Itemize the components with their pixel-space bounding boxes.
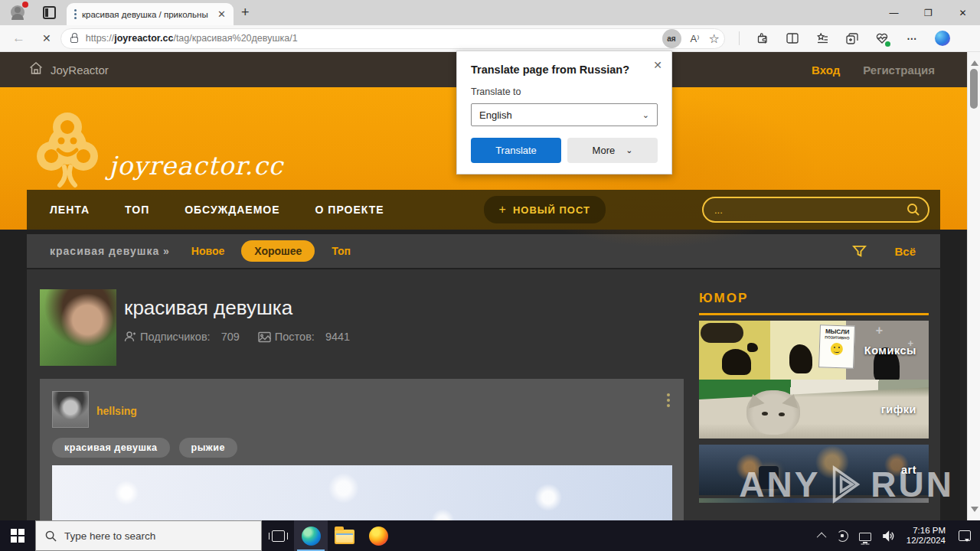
- scroll-up-arrow[interactable]: [971, 57, 978, 66]
- site-home-link[interactable]: JoyReactor: [51, 64, 109, 77]
- start-button[interactable]: [0, 520, 35, 551]
- tab-close-icon[interactable]: ✕: [215, 8, 228, 20]
- notification-dot: [22, 2, 28, 8]
- back-icon[interactable]: ←: [12, 31, 25, 46]
- action-center-icon: [959, 530, 971, 541]
- filter-top[interactable]: Топ: [332, 245, 351, 257]
- favorites-list-icon[interactable]: [815, 31, 829, 45]
- humor-sidebar: ЮМОР МЫСЛИ ПОЗИТИВНО: [699, 269, 929, 520]
- scrollbar-thumb[interactable]: [970, 69, 978, 109]
- plus-icon: +: [499, 203, 507, 217]
- site-logo[interactable]: joyreactor.cc: [29, 101, 283, 193]
- extensions-icon[interactable]: [756, 31, 769, 45]
- tray-sync-icon[interactable]: [831, 530, 854, 542]
- copilot-icon[interactable]: [935, 31, 950, 46]
- nav-item-top[interactable]: ТОП: [125, 204, 149, 216]
- home-icon[interactable]: [29, 62, 43, 77]
- post-author-name[interactable]: hellsing: [96, 405, 137, 417]
- translate-button[interactable]: Translate: [471, 138, 561, 163]
- translate-to-label: Translate to: [471, 86, 658, 97]
- taskbar-firefox-button[interactable]: [361, 520, 395, 551]
- workspaces-icon[interactable]: [43, 6, 56, 19]
- popup-close-icon[interactable]: ✕: [653, 59, 662, 71]
- sidebar-label-art: art: [901, 464, 916, 476]
- breadcrumb[interactable]: красивая девушка »: [50, 245, 170, 257]
- search-icon[interactable]: [906, 203, 920, 217]
- favorite-star-icon[interactable]: ☆: [708, 31, 719, 46]
- edge-icon: [302, 527, 321, 546]
- restore-icon[interactable]: ❐: [911, 0, 946, 25]
- url-text: https://joyreactor.cc/tag/красивая%20дев…: [86, 33, 658, 44]
- scroll-down-arrow[interactable]: [971, 507, 978, 516]
- sidebar-item-gifs[interactable]: гифки: [699, 380, 929, 439]
- stop-loading-icon[interactable]: ✕: [42, 32, 51, 44]
- translate-icon[interactable]: aя: [662, 29, 681, 48]
- post-image[interactable]: [52, 465, 672, 520]
- taskbar-search[interactable]: Type here to search: [35, 520, 262, 551]
- taskbar-edge-button[interactable]: [294, 520, 328, 551]
- posts-count: 9441: [325, 331, 350, 343]
- taskbar-explorer-button[interactable]: [328, 520, 361, 551]
- split-screen-icon[interactable]: [786, 31, 799, 45]
- post-author-avatar[interactable]: [52, 391, 89, 428]
- more-button[interactable]: More ⌄: [567, 138, 658, 163]
- subscribers-icon: [124, 331, 136, 343]
- browser-tab[interactable]: красивая девушка / прикольны ✕: [67, 3, 234, 25]
- biohazard-logo-icon: [29, 101, 106, 193]
- post-tag[interactable]: красивая девушка: [52, 438, 170, 458]
- browser-essentials-icon[interactable]: [875, 31, 889, 45]
- post-menu-icon[interactable]: [667, 391, 670, 409]
- tram-silhouette: [759, 466, 779, 489]
- sidebar-label-comics: Комиксы: [864, 344, 916, 357]
- posts-icon: [258, 331, 271, 343]
- page-scrollbar[interactable]: [967, 52, 980, 520]
- network-icon[interactable]: [854, 531, 877, 541]
- filter-new[interactable]: Новое: [191, 245, 224, 257]
- address-bar[interactable]: https://joyreactor.cc/tag/красивая%20дев…: [60, 28, 725, 49]
- subscribers-stat: Подписчиков: 709: [124, 331, 240, 343]
- file-explorer-icon: [335, 530, 354, 544]
- minimize-icon[interactable]: —: [877, 0, 911, 25]
- nav-item-feed[interactable]: ЛЕНТА: [50, 204, 90, 216]
- posts-stat: Постов: 9441: [258, 331, 350, 343]
- new-post-button[interactable]: + НОВЫЙ ПОСТ: [484, 196, 606, 223]
- browser-profile-button[interactable]: [8, 2, 28, 22]
- windows-logo-icon: [11, 529, 24, 543]
- sidebar-title: ЮМОР: [699, 291, 929, 306]
- language-select[interactable]: English ⌄: [471, 103, 658, 126]
- taskbar-search-placeholder: Type here to search: [64, 530, 155, 542]
- filter-good-active[interactable]: Хорошее: [241, 240, 315, 262]
- settings-more-icon[interactable]: ⋯: [905, 31, 919, 45]
- filter-funnel-icon[interactable]: [852, 244, 867, 259]
- tray-hidden-icons-button[interactable]: [814, 533, 831, 540]
- content-area: красивая девушка Подписчиков: 709 Постов…: [27, 269, 940, 520]
- lock-icon: [70, 37, 78, 43]
- sidebar-item-comics[interactable]: МЫСЛИ ПОЗИТИВНО + + Комиксы: [699, 321, 929, 380]
- register-link[interactable]: Регистрация: [863, 64, 935, 77]
- search-input[interactable]: [714, 204, 906, 216]
- action-center-button[interactable]: [953, 530, 980, 541]
- site-search[interactable]: [702, 197, 929, 223]
- nav-item-about[interactable]: О ПРОЕКТЕ: [315, 204, 384, 216]
- taskbar-clock[interactable]: 7:16 PM 12/2/2024: [900, 526, 953, 546]
- comic-poster: МЫСЛИ ПОЗИТИВНО: [818, 324, 855, 369]
- filter-all[interactable]: Всё: [894, 245, 916, 258]
- close-icon[interactable]: ✕: [946, 0, 980, 25]
- collections-icon[interactable]: [845, 31, 859, 45]
- read-aloud-icon[interactable]: A⁾: [691, 33, 700, 44]
- nav-item-discussed[interactable]: ОБСУЖДАЕМОЕ: [185, 204, 279, 216]
- login-link[interactable]: Вход: [812, 64, 840, 77]
- comic-figure-shape: [722, 349, 751, 375]
- sidebar-item-art[interactable]: art: [699, 445, 929, 495]
- cat-image: [746, 390, 800, 435]
- page-title: красивая девушка: [124, 296, 350, 320]
- volume-icon[interactable]: [877, 530, 900, 542]
- post-tag[interactable]: рыжие: [179, 438, 237, 458]
- comic-figure-shape: [789, 344, 812, 373]
- new-tab-icon[interactable]: +: [241, 5, 250, 21]
- windows-taskbar: Type here to search 7:16 PM 12/2/2024: [0, 520, 980, 551]
- chevron-down-icon: ⌄: [626, 145, 632, 155]
- post-card: hellsing красивая девушка рыжие: [40, 379, 684, 520]
- task-view-button[interactable]: [262, 520, 294, 551]
- tag-avatar-image[interactable]: [40, 289, 116, 366]
